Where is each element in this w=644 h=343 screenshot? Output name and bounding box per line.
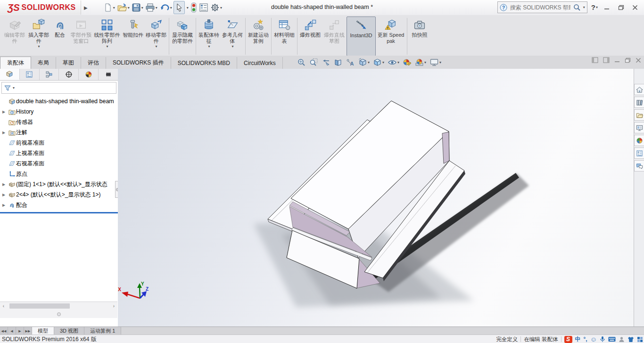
tree-row-component-1[interactable]: ▶ (固定) 1<1> (默认<<默认>_显示状态 — [0, 179, 118, 189]
help-search-box[interactable]: ? ▾ — [497, 1, 587, 13]
view-settings-caret[interactable]: ▾ — [439, 60, 441, 65]
tab-circuitworks[interactable]: CircuitWorks — [237, 57, 283, 69]
ribbon-exploded-view-button[interactable]: 爆炸视图 — [298, 16, 322, 56]
ribbon-mate-button[interactable]: 配合 — [50, 16, 70, 56]
tree-row-history[interactable]: ▶ History — [0, 106, 118, 117]
doc-minimize-icon[interactable] — [614, 57, 620, 63]
motion-study-tab[interactable]: 运动算例 1 — [84, 327, 121, 335]
ime-chinese-icon[interactable]: 中 — [575, 335, 581, 343]
reference-geometry-caret[interactable]: ▾ — [231, 44, 233, 49]
tree-row-mates[interactable]: ▶ 配合 — [0, 200, 118, 210]
toolbox-grid-icon[interactable] — [637, 336, 643, 343]
open-dropdown-caret[interactable]: ▾ — [128, 6, 130, 10]
microphone-icon[interactable] — [600, 336, 605, 343]
display-style-button[interactable]: ▾ — [372, 57, 385, 68]
taskpane-forum-button[interactable] — [634, 160, 644, 172]
taskpane-design-library-button[interactable] — [634, 97, 644, 108]
skin-icon[interactable] — [627, 336, 634, 343]
ribbon-edit-component-button[interactable]: 编辑零部件 — [2, 16, 27, 56]
expand-arrow[interactable]: ▶ — [0, 110, 8, 114]
move-component-caret[interactable]: ▾ — [155, 44, 157, 49]
tab-scroll-prev-button[interactable]: ◀ — [8, 327, 16, 335]
tab-layout[interactable]: 布局 — [31, 57, 56, 69]
save-button[interactable]: ▾ — [131, 1, 144, 14]
person-icon[interactable] — [619, 336, 625, 343]
expand-arrow[interactable]: ▶ — [0, 203, 8, 207]
apply-scene-button[interactable]: ▾ — [414, 57, 427, 68]
tab-scroll-last-button[interactable]: ▶▶ — [24, 327, 32, 335]
view-orientation-button[interactable]: ▾ — [357, 57, 371, 68]
zoom-to-area-button[interactable] — [308, 57, 319, 68]
tree-row-sensors[interactable]: 传感器 — [0, 117, 118, 127]
section-view-button[interactable] — [333, 57, 344, 68]
tab-sketch[interactable]: 草图 — [56, 57, 81, 69]
print-button[interactable]: ▾ — [145, 1, 158, 14]
zoom-to-fit-button[interactable] — [296, 57, 307, 68]
tab-propertymanager[interactable] — [20, 69, 40, 80]
scroll-right-arrow[interactable]: › — [110, 303, 117, 309]
expand-arrow[interactable]: ▶ — [0, 131, 8, 135]
ribbon-new-motion-study-button[interactable]: 新建运动算例 — [247, 16, 270, 56]
view-orientation-caret[interactable]: ▾ — [368, 60, 370, 65]
ribbon-instant3d-button[interactable]: Instant3D — [347, 16, 376, 56]
ribbon-explode-line-sketch-button[interactable]: 爆炸直线草图 — [322, 16, 347, 56]
help-dropdown-caret[interactable]: ▾ — [596, 5, 598, 9]
model-3d-views-tab[interactable]: 3D 视图 — [54, 327, 84, 335]
hide-show-items-caret[interactable]: ▾ — [397, 60, 399, 65]
tree-row-component-2[interactable]: ▶ 2<4> (默认<<默认>_显示状态 1>) — [0, 189, 118, 200]
punctuation-icon[interactable]: °, — [584, 336, 587, 343]
rebuild-button[interactable] — [190, 1, 198, 14]
file-properties-button[interactable] — [198, 1, 209, 14]
tab-scroll-first-button[interactable]: ◀◀ — [0, 327, 8, 335]
tab-evaluate[interactable]: 评估 — [81, 57, 106, 69]
hide-annotations-button[interactable]: A — [345, 57, 356, 68]
model-tab[interactable]: 模型 — [32, 327, 54, 335]
display-style-caret[interactable]: ▾ — [382, 60, 384, 65]
minimize-button[interactable] — [602, 3, 612, 12]
search-input[interactable] — [509, 4, 571, 11]
select-dropdown-button[interactable]: ▾ — [186, 1, 189, 14]
search-dropdown-caret[interactable]: ▾ — [583, 5, 585, 9]
ribbon-bill-of-materials-button[interactable]: 材料明细表 — [272, 16, 296, 56]
ribbon-component-preview-button[interactable]: 零部件预览窗口 — [70, 16, 92, 56]
collapse-right-pane-icon[interactable] — [603, 57, 610, 63]
scrollbar-thumb[interactable] — [9, 303, 70, 309]
undo-button[interactable]: ▾ — [159, 1, 173, 14]
tree-filter-bar[interactable]: ▾ — [1, 82, 116, 94]
ribbon-update-speedpak-button[interactable]: 更新 Speedpak — [376, 16, 406, 56]
ribbon-take-snapshot-button[interactable]: 拍快照 — [408, 16, 431, 56]
scroll-left-arrow[interactable]: ‹ — [0, 303, 7, 309]
ribbon-smart-fasteners-button[interactable]: 智能扣件 — [122, 16, 144, 56]
rollback-bar[interactable] — [0, 212, 118, 213]
graphics-viewport[interactable]: X Y Z — [118, 69, 634, 327]
expand-arrow[interactable]: ▶ — [0, 193, 8, 197]
options-button[interactable]: ▾ — [210, 1, 223, 14]
taskpane-file-explorer-button[interactable] — [634, 109, 644, 121]
sogou-input-icon[interactable]: S — [564, 336, 572, 343]
options-dropdown-caret[interactable]: ▾ — [220, 6, 222, 10]
tab-solidworks-addins[interactable]: SOLIDWORKS 插件 — [106, 57, 171, 69]
ribbon-reference-geometry-button[interactable]: 参考几何体 ▾ — [221, 16, 244, 56]
ribbon-show-hidden-button[interactable]: 显示隐藏的零部件 — [170, 16, 195, 56]
tab-scroll-next-button[interactable]: ▶ — [16, 327, 24, 335]
print-dropdown-caret[interactable]: ▾ — [156, 6, 157, 10]
ribbon-move-component-button[interactable]: 移动零部件 ▾ — [144, 16, 168, 56]
tree-row-assembly-root[interactable]: double hats-shaped thin-walled beam — [0, 96, 118, 106]
open-button[interactable]: ▾ — [116, 1, 130, 14]
close-button[interactable] — [630, 3, 640, 12]
ribbon-assembly-features-button[interactable]: 装配体特征 ▾ — [197, 16, 221, 56]
ribbon-insert-component-button[interactable]: 插入零部件 ▾ — [27, 16, 50, 56]
ribbon-linear-pattern-button[interactable]: 线性零部件阵列 ▾ — [92, 16, 122, 56]
assembly-features-caret[interactable]: ▾ — [208, 44, 210, 49]
taskpane-custom-properties-button[interactable] — [634, 147, 644, 159]
insert-component-caret[interactable]: ▾ — [38, 44, 40, 49]
keyboard-icon[interactable] — [608, 336, 616, 342]
new-document-button[interactable]: ▾ — [103, 1, 116, 14]
tree-row-top-plane[interactable]: 上视基准面 — [0, 148, 118, 158]
apply-scene-caret[interactable]: ▾ — [424, 60, 426, 65]
save-dropdown-caret[interactable]: ▾ — [141, 6, 143, 10]
tab-solidworks-mbd[interactable]: SOLIDWORKS MBD — [171, 57, 237, 69]
tree-row-annotations[interactable]: ▶ A 注解 — [0, 127, 118, 138]
tree-row-front-plane[interactable]: 前视基准面 — [0, 138, 118, 148]
undo-dropdown-caret[interactable]: ▾ — [170, 6, 172, 10]
